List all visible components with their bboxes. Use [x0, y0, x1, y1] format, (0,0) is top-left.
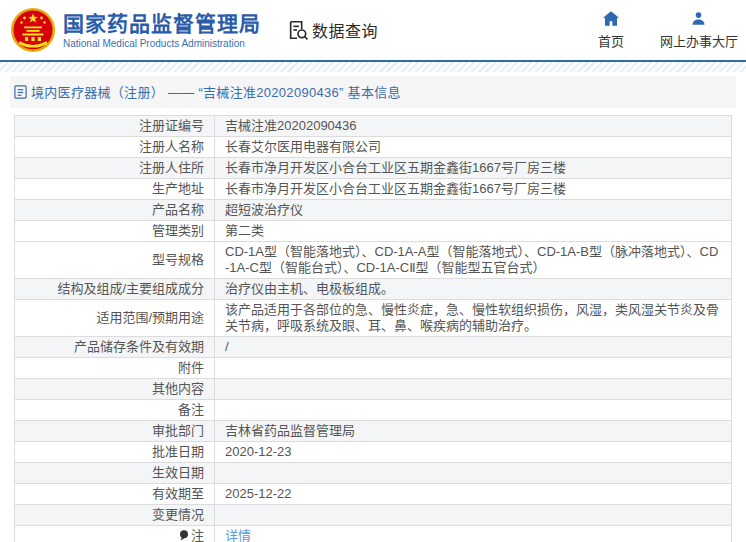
info-table-body: 注册证编号吉械注准20202090436注册人名称长春艾尔医用电器有限公司注册人… [15, 116, 732, 542]
row-label: 审批部门 [15, 421, 215, 442]
table-row: 批准日期2020-12-23 [15, 442, 732, 463]
brand-text: 国家药品监督管理局 National Medical Products Admi… [63, 11, 261, 50]
info-table: 注册证编号吉械注准20202090436注册人名称长春艾尔医用电器有限公司注册人… [14, 115, 732, 542]
brand-logo[interactable]: 国家药品监督管理局 National Medical Products Admi… [10, 7, 261, 53]
row-value: 长春市净月开发区小合台工业区五期金鑫街1667号厂房三楼 [215, 158, 732, 179]
national-emblem-icon [10, 7, 56, 53]
row-label: 注册人名称 [15, 137, 215, 158]
nav-home-label: 首页 [598, 31, 624, 50]
person-icon [691, 11, 706, 26]
table-row: 注册人住所长春市净月开发区小合台工业区五期金鑫街1667号厂房三楼 [15, 158, 732, 179]
table-row: 型号规格CD-1A型（智能落地式）、CD-1A-A型（智能落地式）、CD-1A-… [15, 242, 732, 279]
table-row: 适用范围/预期用途该产品适用于各部位的急、慢性炎症，急、慢性软组织损伤，风湿，类… [15, 300, 732, 337]
row-label: 变更情况 [15, 505, 215, 526]
row-label: 生产地址 [15, 179, 215, 200]
breadcrumb: 境内医疗器械（注册） —— “吉械注准20202090436” 基本信息 [10, 76, 736, 108]
page: 国家药品监督管理局 National Medical Products Admi… [0, 0, 746, 542]
nav-data-query[interactable]: 数据查询 [287, 18, 378, 42]
table-row: 产品储存条件及有效期/ [15, 337, 732, 358]
row-label: 结构及组成/主要组成成分 [15, 279, 215, 300]
row-label: 批准日期 [15, 442, 215, 463]
row-value: / [215, 337, 732, 358]
table-row: 生产地址长春市净月开发区小合台工业区五期金鑫街1667号厂房三楼 [15, 179, 732, 200]
row-value [215, 505, 732, 526]
row-label: 注册人住所 [15, 158, 215, 179]
document-icon [14, 85, 27, 99]
row-value: 2020-12-23 [215, 442, 732, 463]
table-row: 审批部门吉林省药品监督管理局 [15, 421, 732, 442]
nav-service-hall-label: 网上办事大厅 [660, 31, 738, 50]
row-value: 治疗仪由主机、电极板组成。 [215, 279, 732, 300]
table-row: 注详情 [15, 526, 732, 542]
row-value [215, 463, 732, 484]
data-query-label: 数据查询 [312, 18, 378, 42]
row-label: 附件 [15, 358, 215, 379]
table-row: 备注 [15, 400, 732, 421]
home-icon [603, 11, 619, 26]
row-value [215, 400, 732, 421]
nav-home[interactable]: 首页 [598, 11, 624, 50]
row-label: 生效日期 [15, 463, 215, 484]
row-label: 管理类别 [15, 221, 215, 242]
detail-link[interactable]: 详情 [225, 528, 251, 542]
agency-subtitle: National Medical Products Administration [63, 37, 261, 50]
row-value: 2025-12-22 [215, 484, 732, 505]
table-row: 结构及组成/主要组成成分治疗仪由主机、电极板组成。 [15, 279, 732, 300]
row-label: 其他内容 [15, 379, 215, 400]
row-value [215, 358, 732, 379]
table-row: 注册人名称长春艾尔医用电器有限公司 [15, 137, 732, 158]
table-row: 附件 [15, 358, 732, 379]
row-label: 产品储存条件及有效期 [15, 337, 215, 358]
table-row: 注册证编号吉械注准20202090436 [15, 116, 732, 137]
row-value: 超短波治疗仪 [215, 200, 732, 221]
row-value: 长春市净月开发区小合台工业区五期金鑫街1667号厂房三楼 [215, 179, 732, 200]
table-row: 产品名称超短波治疗仪 [15, 200, 732, 221]
table-row: 有效期至2025-12-22 [15, 484, 732, 505]
row-label: 有效期至 [15, 484, 215, 505]
row-value: 该产品适用于各部位的急、慢性炎症，急、慢性软组织损伤，风湿，类风湿关节炎及骨关节… [215, 300, 732, 337]
row-value: 吉械注准20202090436 [215, 116, 732, 137]
row-value: 长春艾尔医用电器有限公司 [215, 137, 732, 158]
table-row: 管理类别第二类 [15, 221, 732, 242]
table-row: 生效日期 [15, 463, 732, 484]
decorative-stripe [0, 60, 746, 72]
breadcrumb-text: 境内医疗器械（注册） —— “吉械注准20202090436” 基本信息 [31, 82, 401, 101]
row-value: 吉林省药品监督管理局 [215, 421, 732, 442]
row-value [215, 379, 732, 400]
row-value: 第二类 [215, 221, 732, 242]
row-value: 详情 [215, 526, 732, 542]
row-label: 适用范围/预期用途 [15, 300, 215, 337]
table-row: 其他内容 [15, 379, 732, 400]
row-value: CD-1A型（智能落地式）、CD-1A-A型（智能落地式）、CD-1A-B型（脉… [215, 242, 732, 279]
document-search-icon [287, 19, 309, 41]
row-label: 注 [15, 526, 215, 542]
site-header: 国家药品监督管理局 National Medical Products Admi… [0, 0, 746, 60]
row-label: 注册证编号 [15, 116, 215, 137]
note-icon [179, 530, 189, 541]
nav-service-hall[interactable]: 网上办事大厅 [660, 11, 738, 50]
table-row: 变更情况 [15, 505, 732, 526]
agency-title: 国家药品监督管理局 [63, 11, 261, 37]
row-label: 型号规格 [15, 242, 215, 279]
row-label: 备注 [15, 400, 215, 421]
row-label: 产品名称 [15, 200, 215, 221]
